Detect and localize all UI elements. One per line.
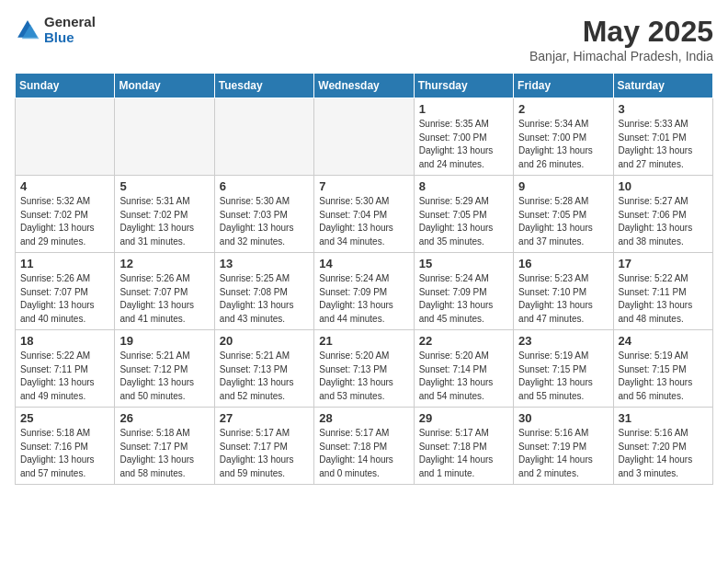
table-row: 4Sunrise: 5:32 AM Sunset: 7:02 PM Daylig… — [16, 176, 115, 253]
calendar-week-row: 18Sunrise: 5:22 AM Sunset: 7:11 PM Dayli… — [16, 330, 713, 408]
day-number: 1 — [419, 102, 508, 116]
day-number: 12 — [119, 257, 209, 270]
day-number: 30 — [518, 411, 608, 425]
header-monday: Monday — [115, 74, 214, 98]
logo-icon — [15, 17, 40, 43]
title-block: May 2025 Banjar, Himachal Pradesh, India — [529, 15, 713, 63]
day-detail: Sunrise: 5:22 AM Sunset: 7:11 PM Dayligh… — [619, 272, 708, 326]
table-row: 15Sunrise: 5:24 AM Sunset: 7:09 PM Dayli… — [414, 253, 513, 330]
day-number: 20 — [220, 334, 309, 348]
day-number: 9 — [518, 179, 608, 193]
day-number: 7 — [319, 179, 408, 193]
day-number: 24 — [619, 334, 708, 348]
day-detail: Sunrise: 5:28 AM Sunset: 7:05 PM Dayligh… — [518, 195, 608, 248]
day-number: 19 — [119, 334, 209, 348]
table-row — [214, 98, 313, 176]
day-detail: Sunrise: 5:25 AM Sunset: 7:08 PM Dayligh… — [220, 272, 309, 326]
calendar-week-row: 1Sunrise: 5:35 AM Sunset: 7:00 PM Daylig… — [16, 98, 713, 176]
day-number: 11 — [20, 257, 109, 270]
day-detail: Sunrise: 5:17 AM Sunset: 7:17 PM Dayligh… — [220, 427, 309, 480]
calendar-week-row: 25Sunrise: 5:18 AM Sunset: 7:16 PM Dayli… — [16, 408, 713, 485]
table-row — [115, 98, 214, 176]
day-number: 3 — [619, 102, 708, 116]
header-tuesday: Tuesday — [214, 74, 313, 98]
table-row: 6Sunrise: 5:30 AM Sunset: 7:03 PM Daylig… — [214, 176, 313, 253]
table-row: 2Sunrise: 5:34 AM Sunset: 7:00 PM Daylig… — [514, 98, 613, 176]
calendar-week-row: 11Sunrise: 5:26 AM Sunset: 7:07 PM Dayli… — [16, 253, 713, 330]
day-number: 5 — [119, 179, 209, 193]
table-row — [16, 98, 115, 176]
table-row: 24Sunrise: 5:19 AM Sunset: 7:15 PM Dayli… — [613, 330, 712, 408]
table-row: 9Sunrise: 5:28 AM Sunset: 7:05 PM Daylig… — [514, 176, 613, 253]
day-detail: Sunrise: 5:26 AM Sunset: 7:07 PM Dayligh… — [20, 272, 109, 326]
table-row: 18Sunrise: 5:22 AM Sunset: 7:11 PM Dayli… — [16, 330, 115, 408]
day-number: 31 — [619, 411, 708, 425]
day-detail: Sunrise: 5:24 AM Sunset: 7:09 PM Dayligh… — [419, 272, 508, 326]
table-row: 25Sunrise: 5:18 AM Sunset: 7:16 PM Dayli… — [16, 408, 115, 485]
table-row: 11Sunrise: 5:26 AM Sunset: 7:07 PM Dayli… — [16, 253, 115, 330]
day-number: 2 — [518, 102, 608, 116]
day-number: 26 — [119, 411, 209, 425]
table-row: 7Sunrise: 5:30 AM Sunset: 7:04 PM Daylig… — [314, 176, 414, 253]
day-number: 6 — [220, 179, 309, 193]
day-detail: Sunrise: 5:17 AM Sunset: 7:18 PM Dayligh… — [319, 427, 408, 480]
day-number: 4 — [20, 179, 109, 193]
day-number: 23 — [518, 334, 608, 348]
day-number: 8 — [419, 179, 508, 193]
table-row: 30Sunrise: 5:16 AM Sunset: 7:19 PM Dayli… — [514, 408, 613, 485]
table-row: 31Sunrise: 5:16 AM Sunset: 7:20 PM Dayli… — [613, 408, 712, 485]
logo-text: General Blue — [44, 15, 96, 45]
day-number: 29 — [419, 411, 508, 425]
header-sunday: Sunday — [16, 74, 115, 98]
table-row: 3Sunrise: 5:33 AM Sunset: 7:01 PM Daylig… — [613, 98, 712, 176]
header-thursday: Thursday — [414, 74, 513, 98]
day-detail: Sunrise: 5:30 AM Sunset: 7:04 PM Dayligh… — [319, 195, 408, 248]
day-detail: Sunrise: 5:20 AM Sunset: 7:14 PM Dayligh… — [419, 350, 508, 403]
day-detail: Sunrise: 5:17 AM Sunset: 7:18 PM Dayligh… — [419, 427, 508, 480]
days-header-row: Sunday Monday Tuesday Wednesday Thursday… — [16, 74, 713, 98]
day-number: 18 — [20, 334, 109, 348]
day-detail: Sunrise: 5:27 AM Sunset: 7:06 PM Dayligh… — [619, 195, 708, 248]
day-number: 21 — [319, 334, 408, 348]
day-number: 14 — [319, 257, 408, 270]
calendar-week-row: 4Sunrise: 5:32 AM Sunset: 7:02 PM Daylig… — [16, 176, 713, 253]
day-detail: Sunrise: 5:23 AM Sunset: 7:10 PM Dayligh… — [518, 272, 608, 326]
day-number: 17 — [619, 257, 708, 270]
day-detail: Sunrise: 5:29 AM Sunset: 7:05 PM Dayligh… — [419, 195, 508, 248]
header-friday: Friday — [514, 74, 613, 98]
table-row: 1Sunrise: 5:35 AM Sunset: 7:00 PM Daylig… — [414, 98, 513, 176]
day-detail: Sunrise: 5:35 AM Sunset: 7:00 PM Dayligh… — [419, 118, 508, 171]
day-detail: Sunrise: 5:21 AM Sunset: 7:13 PM Dayligh… — [220, 350, 309, 403]
table-row: 13Sunrise: 5:25 AM Sunset: 7:08 PM Dayli… — [214, 253, 313, 330]
day-detail: Sunrise: 5:19 AM Sunset: 7:15 PM Dayligh… — [518, 350, 608, 403]
day-detail: Sunrise: 5:22 AM Sunset: 7:11 PM Dayligh… — [20, 350, 109, 403]
table-row: 14Sunrise: 5:24 AM Sunset: 7:09 PM Dayli… — [314, 253, 414, 330]
day-detail: Sunrise: 5:18 AM Sunset: 7:17 PM Dayligh… — [119, 427, 209, 480]
day-number: 10 — [619, 179, 708, 193]
day-detail: Sunrise: 5:33 AM Sunset: 7:01 PM Dayligh… — [619, 118, 708, 171]
table-row: 19Sunrise: 5:21 AM Sunset: 7:12 PM Dayli… — [115, 330, 214, 408]
logo-general-text: General — [44, 15, 96, 30]
table-row: 5Sunrise: 5:31 AM Sunset: 7:02 PM Daylig… — [115, 176, 214, 253]
calendar-table: Sunday Monday Tuesday Wednesday Thursday… — [15, 73, 713, 485]
day-detail: Sunrise: 5:19 AM Sunset: 7:15 PM Dayligh… — [619, 350, 708, 403]
day-detail: Sunrise: 5:30 AM Sunset: 7:03 PM Dayligh… — [220, 195, 309, 248]
table-row: 8Sunrise: 5:29 AM Sunset: 7:05 PM Daylig… — [414, 176, 513, 253]
page-header: General Blue May 2025 Banjar, Himachal P… — [15, 15, 713, 63]
calendar-title: May 2025 — [529, 15, 713, 49]
logo: General Blue — [15, 15, 96, 45]
table-row: 27Sunrise: 5:17 AM Sunset: 7:17 PM Dayli… — [214, 408, 313, 485]
table-row: 12Sunrise: 5:26 AM Sunset: 7:07 PM Dayli… — [115, 253, 214, 330]
day-number: 13 — [220, 257, 309, 270]
header-wednesday: Wednesday — [314, 74, 414, 98]
table-row: 20Sunrise: 5:21 AM Sunset: 7:13 PM Dayli… — [214, 330, 313, 408]
day-number: 22 — [419, 334, 508, 348]
header-saturday: Saturday — [613, 74, 712, 98]
table-row: 21Sunrise: 5:20 AM Sunset: 7:13 PM Dayli… — [314, 330, 414, 408]
day-number: 28 — [319, 411, 408, 425]
day-detail: Sunrise: 5:20 AM Sunset: 7:13 PM Dayligh… — [319, 350, 408, 403]
table-row: 28Sunrise: 5:17 AM Sunset: 7:18 PM Dayli… — [314, 408, 414, 485]
day-detail: Sunrise: 5:26 AM Sunset: 7:07 PM Dayligh… — [119, 272, 209, 326]
day-detail: Sunrise: 5:34 AM Sunset: 7:00 PM Dayligh… — [518, 118, 608, 171]
day-number: 16 — [518, 257, 608, 270]
